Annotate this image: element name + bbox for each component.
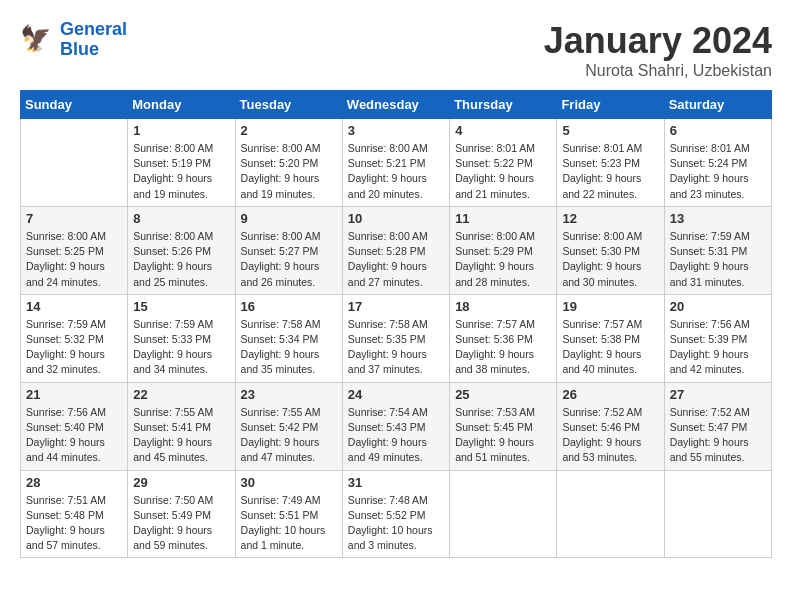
calendar-cell	[557, 470, 664, 558]
calendar-cell: 29Sunrise: 7:50 AM Sunset: 5:49 PM Dayli…	[128, 470, 235, 558]
day-number: 17	[348, 299, 444, 314]
calendar-cell: 28Sunrise: 7:51 AM Sunset: 5:48 PM Dayli…	[21, 470, 128, 558]
calendar-cell: 3Sunrise: 8:00 AM Sunset: 5:21 PM Daylig…	[342, 119, 449, 207]
calendar-cell: 26Sunrise: 7:52 AM Sunset: 5:46 PM Dayli…	[557, 382, 664, 470]
day-number: 25	[455, 387, 551, 402]
calendar-cell: 22Sunrise: 7:55 AM Sunset: 5:41 PM Dayli…	[128, 382, 235, 470]
calendar-cell: 20Sunrise: 7:56 AM Sunset: 5:39 PM Dayli…	[664, 294, 771, 382]
calendar-cell: 24Sunrise: 7:54 AM Sunset: 5:43 PM Dayli…	[342, 382, 449, 470]
day-info: Sunrise: 7:56 AM Sunset: 5:39 PM Dayligh…	[670, 317, 766, 378]
calendar-cell: 17Sunrise: 7:58 AM Sunset: 5:35 PM Dayli…	[342, 294, 449, 382]
calendar-table: SundayMondayTuesdayWednesdayThursdayFrid…	[20, 90, 772, 558]
calendar-cell: 14Sunrise: 7:59 AM Sunset: 5:32 PM Dayli…	[21, 294, 128, 382]
day-number: 2	[241, 123, 337, 138]
weekday-header-tuesday: Tuesday	[235, 91, 342, 119]
day-info: Sunrise: 8:00 AM Sunset: 5:21 PM Dayligh…	[348, 141, 444, 202]
calendar-cell: 13Sunrise: 7:59 AM Sunset: 5:31 PM Dayli…	[664, 206, 771, 294]
day-number: 30	[241, 475, 337, 490]
calendar-cell: 11Sunrise: 8:00 AM Sunset: 5:29 PM Dayli…	[450, 206, 557, 294]
day-info: Sunrise: 7:59 AM Sunset: 5:33 PM Dayligh…	[133, 317, 229, 378]
day-number: 26	[562, 387, 658, 402]
day-number: 8	[133, 211, 229, 226]
day-info: Sunrise: 8:00 AM Sunset: 5:28 PM Dayligh…	[348, 229, 444, 290]
calendar-week-row: 21Sunrise: 7:56 AM Sunset: 5:40 PM Dayli…	[21, 382, 772, 470]
day-info: Sunrise: 8:00 AM Sunset: 5:20 PM Dayligh…	[241, 141, 337, 202]
calendar-cell: 25Sunrise: 7:53 AM Sunset: 5:45 PM Dayli…	[450, 382, 557, 470]
weekday-header-wednesday: Wednesday	[342, 91, 449, 119]
day-info: Sunrise: 8:00 AM Sunset: 5:29 PM Dayligh…	[455, 229, 551, 290]
day-info: Sunrise: 7:57 AM Sunset: 5:38 PM Dayligh…	[562, 317, 658, 378]
day-info: Sunrise: 7:50 AM Sunset: 5:49 PM Dayligh…	[133, 493, 229, 554]
day-number: 23	[241, 387, 337, 402]
day-number: 15	[133, 299, 229, 314]
location-title: Nurota Shahri, Uzbekistan	[544, 62, 772, 80]
calendar-cell: 4Sunrise: 8:01 AM Sunset: 5:22 PM Daylig…	[450, 119, 557, 207]
day-info: Sunrise: 7:58 AM Sunset: 5:35 PM Dayligh…	[348, 317, 444, 378]
day-number: 18	[455, 299, 551, 314]
day-info: Sunrise: 8:00 AM Sunset: 5:19 PM Dayligh…	[133, 141, 229, 202]
day-number: 19	[562, 299, 658, 314]
day-number: 11	[455, 211, 551, 226]
day-info: Sunrise: 8:00 AM Sunset: 5:25 PM Dayligh…	[26, 229, 122, 290]
page-header: 🦅 General Blue January 2024 Nurota Shahr…	[20, 20, 772, 80]
weekday-header-saturday: Saturday	[664, 91, 771, 119]
logo-icon: 🦅	[20, 22, 56, 58]
day-info: Sunrise: 7:48 AM Sunset: 5:52 PM Dayligh…	[348, 493, 444, 554]
weekday-header-friday: Friday	[557, 91, 664, 119]
day-number: 16	[241, 299, 337, 314]
day-number: 24	[348, 387, 444, 402]
day-number: 28	[26, 475, 122, 490]
day-number: 4	[455, 123, 551, 138]
calendar-cell: 15Sunrise: 7:59 AM Sunset: 5:33 PM Dayli…	[128, 294, 235, 382]
calendar-cell: 23Sunrise: 7:55 AM Sunset: 5:42 PM Dayli…	[235, 382, 342, 470]
calendar-week-row: 7Sunrise: 8:00 AM Sunset: 5:25 PM Daylig…	[21, 206, 772, 294]
calendar-week-row: 14Sunrise: 7:59 AM Sunset: 5:32 PM Dayli…	[21, 294, 772, 382]
calendar-cell: 7Sunrise: 8:00 AM Sunset: 5:25 PM Daylig…	[21, 206, 128, 294]
day-number: 6	[670, 123, 766, 138]
day-number: 13	[670, 211, 766, 226]
calendar-cell: 2Sunrise: 8:00 AM Sunset: 5:20 PM Daylig…	[235, 119, 342, 207]
day-number: 10	[348, 211, 444, 226]
day-info: Sunrise: 8:00 AM Sunset: 5:27 PM Dayligh…	[241, 229, 337, 290]
weekday-header-sunday: Sunday	[21, 91, 128, 119]
calendar-cell: 18Sunrise: 7:57 AM Sunset: 5:36 PM Dayli…	[450, 294, 557, 382]
day-info: Sunrise: 7:51 AM Sunset: 5:48 PM Dayligh…	[26, 493, 122, 554]
calendar-cell	[664, 470, 771, 558]
day-number: 20	[670, 299, 766, 314]
day-number: 1	[133, 123, 229, 138]
day-info: Sunrise: 7:59 AM Sunset: 5:31 PM Dayligh…	[670, 229, 766, 290]
day-info: Sunrise: 8:01 AM Sunset: 5:22 PM Dayligh…	[455, 141, 551, 202]
day-info: Sunrise: 7:55 AM Sunset: 5:41 PM Dayligh…	[133, 405, 229, 466]
day-number: 3	[348, 123, 444, 138]
calendar-cell: 10Sunrise: 8:00 AM Sunset: 5:28 PM Dayli…	[342, 206, 449, 294]
calendar-cell: 8Sunrise: 8:00 AM Sunset: 5:26 PM Daylig…	[128, 206, 235, 294]
calendar-cell: 31Sunrise: 7:48 AM Sunset: 5:52 PM Dayli…	[342, 470, 449, 558]
calendar-cell: 27Sunrise: 7:52 AM Sunset: 5:47 PM Dayli…	[664, 382, 771, 470]
day-info: Sunrise: 7:52 AM Sunset: 5:46 PM Dayligh…	[562, 405, 658, 466]
day-number: 31	[348, 475, 444, 490]
calendar-body: 1Sunrise: 8:00 AM Sunset: 5:19 PM Daylig…	[21, 119, 772, 558]
day-number: 29	[133, 475, 229, 490]
calendar-cell: 6Sunrise: 8:01 AM Sunset: 5:24 PM Daylig…	[664, 119, 771, 207]
day-info: Sunrise: 8:01 AM Sunset: 5:24 PM Dayligh…	[670, 141, 766, 202]
day-number: 12	[562, 211, 658, 226]
day-number: 5	[562, 123, 658, 138]
logo-text: General Blue	[60, 20, 127, 60]
day-info: Sunrise: 7:49 AM Sunset: 5:51 PM Dayligh…	[241, 493, 337, 554]
logo: 🦅 General Blue	[20, 20, 127, 60]
weekday-header-row: SundayMondayTuesdayWednesdayThursdayFrid…	[21, 91, 772, 119]
day-info: Sunrise: 7:52 AM Sunset: 5:47 PM Dayligh…	[670, 405, 766, 466]
day-info: Sunrise: 7:53 AM Sunset: 5:45 PM Dayligh…	[455, 405, 551, 466]
day-info: Sunrise: 7:55 AM Sunset: 5:42 PM Dayligh…	[241, 405, 337, 466]
weekday-header-monday: Monday	[128, 91, 235, 119]
day-number: 14	[26, 299, 122, 314]
day-info: Sunrise: 8:00 AM Sunset: 5:26 PM Dayligh…	[133, 229, 229, 290]
day-info: Sunrise: 7:54 AM Sunset: 5:43 PM Dayligh…	[348, 405, 444, 466]
calendar-cell: 9Sunrise: 8:00 AM Sunset: 5:27 PM Daylig…	[235, 206, 342, 294]
day-info: Sunrise: 8:00 AM Sunset: 5:30 PM Dayligh…	[562, 229, 658, 290]
weekday-header-thursday: Thursday	[450, 91, 557, 119]
calendar-cell: 12Sunrise: 8:00 AM Sunset: 5:30 PM Dayli…	[557, 206, 664, 294]
day-info: Sunrise: 7:58 AM Sunset: 5:34 PM Dayligh…	[241, 317, 337, 378]
calendar-week-row: 28Sunrise: 7:51 AM Sunset: 5:48 PM Dayli…	[21, 470, 772, 558]
day-number: 22	[133, 387, 229, 402]
